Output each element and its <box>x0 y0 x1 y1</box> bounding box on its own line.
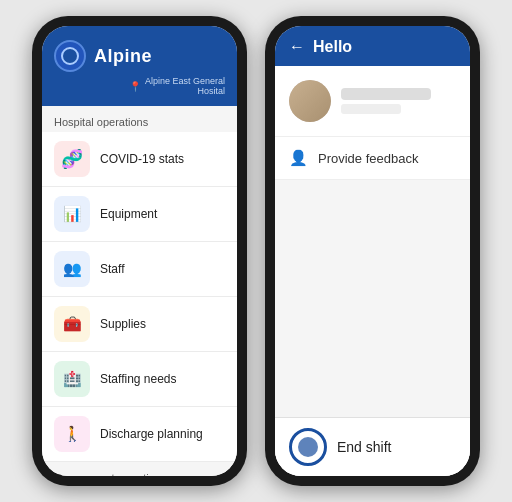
spacer <box>275 180 470 417</box>
menu-label-supplies: Supplies <box>100 317 146 331</box>
app-title: Alpine <box>94 46 152 67</box>
right-screen: ← Hello 👤 Provide feedback <box>275 26 470 476</box>
menu-item-equipment[interactable]: 📊 Equipment <box>42 187 237 242</box>
avatar <box>289 80 331 122</box>
menu-label-covid: COVID-19 stats <box>100 152 184 166</box>
end-shift-label: End shift <box>337 439 391 455</box>
feedback-item[interactable]: 👤 Provide feedback <box>275 137 470 180</box>
staffing-icon: 🏥 <box>54 361 90 397</box>
end-shift-section[interactable]: End shift <box>275 417 470 476</box>
right-title: Hello <box>313 38 352 56</box>
covid-icon: 🧬 <box>54 141 90 177</box>
menu-label-staff: Staff <box>100 262 124 276</box>
user-name-blurred <box>341 88 431 100</box>
left-screen: Alpine 📍 Hospital operations Alpine East… <box>42 26 237 476</box>
section-hospital-ops: Hospital operations <box>42 106 237 132</box>
pin-icon: 📍 <box>129 81 141 92</box>
equipment-icon: 📊 <box>54 196 90 232</box>
feedback-label: Provide feedback <box>318 151 418 166</box>
back-button[interactable]: ← <box>289 38 305 56</box>
menu-item-staffing[interactable]: 🏥 Staffing needs <box>42 352 237 407</box>
menu-label-discharge: Discharge planning <box>100 427 203 441</box>
feedback-icon: 👤 <box>289 149 308 167</box>
left-content: Hospital operations 🧬 COVID-19 stats 📊 E… <box>42 106 237 476</box>
user-sub-blurred <box>341 104 401 114</box>
left-phone: Alpine 📍 Hospital operations Alpine East… <box>32 16 247 486</box>
right-phone: ← Hello 👤 Provide feedback <box>265 16 480 486</box>
menu-label-equipment: Equipment <box>100 207 157 221</box>
staff-icon: 👥 <box>54 251 90 287</box>
supplies-icon: 🧰 <box>54 306 90 342</box>
hospital-name-text: Alpine East GeneralHosital <box>145 76 225 96</box>
menu-item-covid[interactable]: 🧬 COVID-19 stats <box>42 132 237 187</box>
left-header: Alpine 📍 Hospital operations Alpine East… <box>42 26 237 106</box>
menu-label-staffing: Staffing needs <box>100 372 177 386</box>
user-info <box>341 88 431 114</box>
menu-item-supplies[interactable]: 🧰 Supplies <box>42 297 237 352</box>
user-section <box>275 66 470 137</box>
section-gov-reporting: Government reporting <box>42 462 237 476</box>
discharge-icon: 🚶 <box>54 416 90 452</box>
right-header: ← Hello <box>275 26 470 66</box>
app-logo <box>54 40 86 72</box>
menu-item-staff[interactable]: 👥 Staff <box>42 242 237 297</box>
hospital-location: 📍 Hospital operations Alpine East Genera… <box>54 76 225 96</box>
right-content: 👤 Provide feedback End shift <box>275 66 470 476</box>
shift-circle-icon <box>289 428 327 466</box>
menu-item-discharge[interactable]: 🚶 Discharge planning <box>42 407 237 462</box>
